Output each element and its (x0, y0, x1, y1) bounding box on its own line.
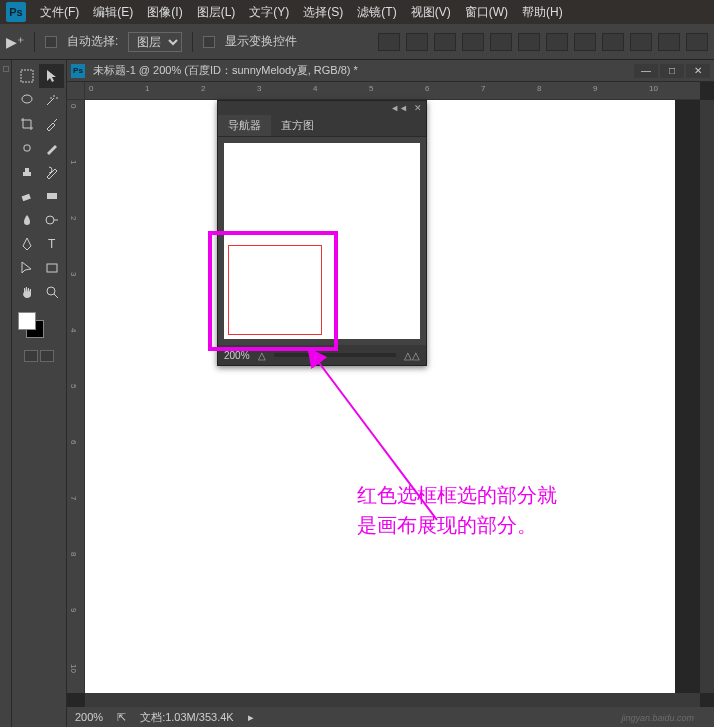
tab-navigator[interactable]: 导航器 (218, 115, 271, 136)
eraser-tool[interactable] (14, 184, 39, 208)
auto-select-dropdown[interactable]: 图层 (128, 32, 182, 52)
status-doc-info: 文档:1.03M/353.4K (140, 710, 234, 725)
navigator-preview[interactable] (224, 143, 420, 339)
history-brush-tool[interactable] (39, 160, 64, 184)
color-swatches[interactable] (14, 312, 64, 344)
status-bar: 200% ⇱ 文档:1.03M/353.4K ▸ (67, 707, 714, 727)
align-button[interactable] (378, 33, 400, 51)
lasso-tool[interactable] (14, 88, 39, 112)
foreground-swatch[interactable] (18, 312, 36, 330)
align-button[interactable] (546, 33, 568, 51)
scrollbar-horizontal[interactable] (85, 693, 700, 707)
menu-filter[interactable]: 滤镜(T) (357, 4, 396, 21)
menu-layer[interactable]: 图层(L) (197, 4, 236, 21)
ruler-tick: 8 (69, 552, 78, 556)
gradient-tool[interactable] (39, 184, 64, 208)
status-zoom[interactable]: 200% (75, 711, 103, 723)
marquee-tool[interactable] (14, 64, 39, 88)
dodge-tool[interactable] (39, 208, 64, 232)
ruler-tick: 5 (369, 84, 373, 93)
window-minimize-button[interactable]: — (634, 64, 658, 78)
window-close-button[interactable]: ✕ (686, 64, 710, 78)
ruler-tick: 7 (481, 84, 485, 93)
align-button[interactable] (462, 33, 484, 51)
ruler-tick: 10 (649, 84, 658, 93)
hand-tool[interactable] (14, 280, 39, 304)
zoom-out-icon[interactable]: △ (258, 350, 266, 361)
ruler-tick: 5 (69, 384, 78, 388)
align-button[interactable] (686, 33, 708, 51)
align-button[interactable] (406, 33, 428, 51)
scrollbar-vertical[interactable] (700, 100, 714, 693)
heal-tool[interactable] (14, 136, 39, 160)
menu-edit[interactable]: 编辑(E) (93, 4, 133, 21)
align-button[interactable] (574, 33, 596, 51)
show-transform-label: 显示变换控件 (225, 33, 297, 50)
tools-panel: T (12, 60, 67, 727)
panel-collapse-icon[interactable]: ◄◄ (390, 103, 408, 113)
ruler-tick: 4 (69, 328, 78, 332)
menu-type[interactable]: 文字(Y) (249, 4, 289, 21)
navigator-zoom-value[interactable]: 200% (224, 350, 250, 361)
svg-rect-2 (24, 145, 30, 151)
align-button[interactable] (630, 33, 652, 51)
align-button[interactable] (434, 33, 456, 51)
menu-file[interactable]: 文件(F) (40, 4, 79, 21)
ruler-tick: 2 (201, 84, 205, 93)
brush-tool[interactable] (39, 136, 64, 160)
ruler-horizontal[interactable]: 0 1 2 3 4 5 6 7 8 9 10 (85, 82, 700, 100)
move-tool[interactable] (39, 64, 64, 88)
ruler-vertical[interactable]: 0 1 2 3 4 5 6 7 8 9 10 (67, 100, 85, 693)
menu-window[interactable]: 窗口(W) (465, 4, 508, 21)
zoom-in-icon[interactable]: △△ (404, 350, 420, 361)
options-bar: ▶⁺ 自动选择: 图层 显示变换控件 (0, 24, 714, 60)
menu-select[interactable]: 选择(S) (303, 4, 343, 21)
pen-tool[interactable] (14, 232, 39, 256)
ruler-tick: 0 (69, 104, 78, 108)
panel-header[interactable]: ◄◄ ✕ (218, 101, 426, 115)
stamp-tool[interactable] (14, 160, 39, 184)
auto-select-checkbox[interactable] (45, 36, 57, 48)
screenmode-button[interactable] (40, 350, 54, 362)
status-popup-icon[interactable]: ▸ (248, 711, 254, 724)
navigator-view-box[interactable] (228, 245, 322, 335)
window-maximize-button[interactable]: □ (660, 64, 684, 78)
menu-help[interactable]: 帮助(H) (522, 4, 563, 21)
ruler-tick: 0 (89, 84, 93, 93)
ruler-tick: 1 (145, 84, 149, 93)
doc-icon: Ps (71, 64, 85, 78)
zoom-tool[interactable] (39, 280, 64, 304)
tab-histogram[interactable]: 直方图 (271, 115, 324, 136)
ruler-tick: 3 (257, 84, 261, 93)
svg-rect-7 (47, 264, 57, 272)
crop-tool[interactable] (14, 112, 39, 136)
path-select-tool[interactable] (14, 256, 39, 280)
shape-tool[interactable] (39, 256, 64, 280)
quickmask-button[interactable] (24, 350, 38, 362)
document-area: Ps 未标题-1 @ 200% (百度ID：sunnyMelody夏, RGB/… (67, 60, 714, 727)
app-logo-icon: Ps (6, 2, 26, 22)
menu-bar: Ps 文件(F) 编辑(E) 图像(I) 图层(L) 文字(Y) 选择(S) 滤… (0, 0, 714, 24)
svg-rect-3 (21, 194, 30, 201)
show-transform-checkbox[interactable] (203, 36, 215, 48)
svg-point-1 (22, 95, 32, 103)
align-button[interactable] (490, 33, 512, 51)
align-button[interactable] (602, 33, 624, 51)
dock-handle-icon[interactable] (3, 66, 9, 72)
status-arrow-icon[interactable]: ⇱ (117, 711, 126, 724)
type-tool[interactable]: T (39, 232, 64, 256)
svg-text:T: T (48, 237, 56, 251)
wand-tool[interactable] (39, 88, 64, 112)
panel-close-icon[interactable]: ✕ (414, 103, 422, 113)
menu-image[interactable]: 图像(I) (147, 4, 182, 21)
ruler-tick: 8 (537, 84, 541, 93)
eyedropper-tool[interactable] (39, 112, 64, 136)
menu-view[interactable]: 视图(V) (411, 4, 451, 21)
navigator-panel[interactable]: ◄◄ ✕ 导航器 直方图 200% △ △△ (217, 100, 427, 366)
svg-rect-0 (21, 70, 33, 82)
align-button[interactable] (658, 33, 680, 51)
ruler-tick: 7 (69, 496, 78, 500)
blur-tool[interactable] (14, 208, 39, 232)
zoom-slider[interactable] (274, 353, 396, 357)
align-button[interactable] (518, 33, 540, 51)
